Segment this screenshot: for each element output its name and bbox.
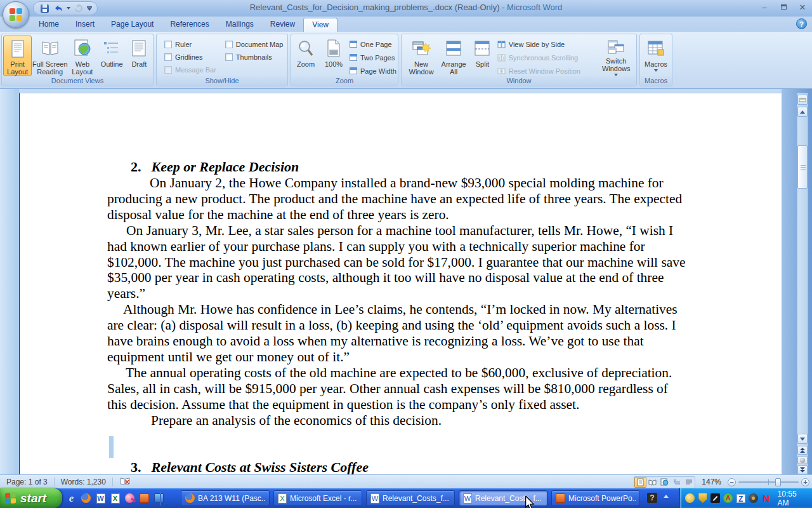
- two-pages-label: Two Pages: [360, 54, 395, 62]
- zonealarm-glyph: Z: [737, 494, 745, 503]
- word-launch-icon[interactable]: W: [95, 493, 106, 504]
- two-pages-button[interactable]: Two Pages: [348, 52, 396, 63]
- restore-button[interactable]: [778, 2, 789, 12]
- paragraph-5[interactable]: Prepare an analysis of the economics of …: [107, 413, 690, 429]
- switch-windows-button[interactable]: Switch Windows: [597, 36, 635, 76]
- firefox-icon[interactable]: [81, 493, 91, 504]
- taskbar-button-label: Microsoft Excel - r...: [290, 494, 358, 503]
- window-group-label: Window: [402, 76, 636, 86]
- ribbon-tab-row: Home Insert Page Layout References Maili…: [0, 17, 812, 32]
- draft-button[interactable]: Draft: [127, 36, 152, 76]
- tray-messenger-icon[interactable]: [685, 493, 695, 504]
- document-page[interactable]: 2.Keep or Replace Decision On January 2,…: [19, 93, 782, 474]
- word-count[interactable]: Words: 1,230: [55, 477, 112, 487]
- system-tray: A Z N 10:55 AM: [679, 488, 812, 508]
- zoom-100-button[interactable]: 100%: [320, 36, 347, 76]
- arrange-all-button[interactable]: Arrange All: [438, 36, 469, 76]
- macros-button[interactable]: Macros: [641, 36, 671, 76]
- zoom-out-button[interactable]: –: [728, 478, 736, 486]
- page-indicator[interactable]: Page: 1 of 3: [0, 477, 54, 487]
- zoom-in-button[interactable]: +: [801, 478, 809, 486]
- reset-window-position-label: Reset Window Position: [509, 67, 580, 75]
- split-button[interactable]: Split: [471, 36, 494, 76]
- web-layout-button[interactable]: Web Layout: [68, 36, 96, 76]
- print-layout-button[interactable]: Print Layout: [3, 36, 32, 76]
- tray-volume-icon[interactable]: [749, 493, 759, 504]
- tray-antivirus-icon[interactable]: A: [723, 493, 733, 504]
- document-left-margin: [0, 89, 19, 474]
- heading-swiss-sisters[interactable]: 3.Relevant Costs at Swiss Sisters Coffee: [107, 458, 690, 475]
- tray-norton-icon[interactable]: N: [761, 493, 771, 504]
- help-button[interactable]: ?: [796, 18, 807, 29]
- paragraph-3[interactable]: Although Mr. Howe has confidence in Lee’…: [107, 302, 690, 365]
- zoom-button[interactable]: Zoom: [292, 36, 319, 76]
- previous-page-button[interactable]: [797, 446, 808, 455]
- macros-dropdown-arrow: [654, 69, 658, 72]
- thumbnails-checkbox[interactable]: Thumbnails: [225, 53, 284, 61]
- tab-home[interactable]: Home: [30, 18, 67, 32]
- office-button[interactable]: [3, 1, 29, 28]
- zoom-100-label: 100%: [325, 60, 343, 68]
- tray-zonealarm-icon[interactable]: Z: [736, 493, 746, 504]
- heading-keep-or-replace[interactable]: 2.Keep or Replace Decision: [107, 158, 690, 175]
- tab-review[interactable]: Review: [262, 18, 303, 32]
- outline-button[interactable]: Outline: [96, 36, 126, 76]
- blue-app-icon[interactable]: [154, 493, 164, 504]
- document-area: 2.Keep or Replace Decision On January 2,…: [0, 89, 812, 474]
- password-key-icon[interactable]: [124, 493, 135, 504]
- vertical-scrollbar[interactable]: [797, 93, 808, 474]
- document-map-checkbox[interactable]: Document Map: [225, 40, 284, 48]
- next-page-button[interactable]: [797, 465, 808, 474]
- view-web-layout-button[interactable]: [658, 477, 671, 488]
- zoom-level[interactable]: 147%: [697, 478, 726, 486]
- help-tray-button[interactable]: ?: [647, 493, 657, 503]
- excel-launch-icon[interactable]: X: [110, 493, 121, 504]
- select-browse-object-button[interactable]: [797, 456, 808, 464]
- internet-explorer-icon[interactable]: e: [66, 493, 77, 504]
- one-page-button[interactable]: One Page: [348, 39, 396, 50]
- scroll-down-button[interactable]: [797, 434, 808, 444]
- view-ruler-toggle-button[interactable]: [797, 95, 808, 105]
- tab-mailings[interactable]: Mailings: [218, 18, 262, 32]
- gridlines-checkbox[interactable]: Gridlines: [164, 53, 216, 61]
- view-outline-button[interactable]: [671, 477, 683, 488]
- view-side-by-side-button[interactable]: View Side by Side: [496, 39, 595, 50]
- paragraph-1[interactable]: On January 2, the Howe Company installed…: [107, 175, 690, 223]
- paragraph-2[interactable]: On January 3, Mr. Lee, a star sales pers…: [107, 223, 690, 302]
- taskbar-clock[interactable]: 10:55 AM: [774, 490, 812, 507]
- web-layout-label: Web Layout: [68, 60, 96, 76]
- tab-page-layout[interactable]: Page Layout: [103, 18, 162, 32]
- scroll-up-button[interactable]: [797, 107, 808, 117]
- ruler-checkbox[interactable]: Ruler: [164, 40, 216, 48]
- tab-view[interactable]: View: [303, 18, 337, 32]
- paragraph-4[interactable]: The annual operating costs of the old ma…: [107, 365, 690, 413]
- zoom-slider-thumb[interactable]: [775, 478, 781, 486]
- view-draft-button[interactable]: [683, 477, 695, 488]
- ruler-label: Ruler: [175, 41, 192, 48]
- minimize-button[interactable]: –: [759, 2, 770, 12]
- taskbar-button-label: BA 213 W11 (Pasc...: [198, 494, 265, 503]
- taskbar-button-excel[interactable]: X Microsoft Excel - r...: [273, 490, 362, 506]
- scrollbar-thumb[interactable]: [797, 145, 808, 189]
- show-hidden-icons-button[interactable]: [664, 495, 669, 498]
- proofing-status-button[interactable]: [113, 477, 137, 487]
- tray-tools-icon[interactable]: [710, 493, 721, 504]
- tab-insert[interactable]: Insert: [67, 18, 103, 32]
- view-full-screen-button[interactable]: [646, 477, 658, 488]
- page-width-button[interactable]: Page Width: [348, 65, 396, 76]
- taskbar-button-powerpoint[interactable]: Microsoft PowerPo...: [551, 490, 640, 506]
- new-window-button[interactable]: New Window: [407, 36, 436, 76]
- taskbar-button-word-1[interactable]: W Relevant_Costs_f...: [366, 490, 455, 506]
- shield-glyph: [698, 493, 707, 503]
- view-print-layout-button[interactable]: [634, 477, 646, 488]
- tray-shield-icon[interactable]: [698, 493, 708, 504]
- taskbar-button-firefox[interactable]: BA 213 W11 (Pasc...: [181, 490, 270, 506]
- tab-references[interactable]: References: [162, 18, 217, 32]
- full-screen-reading-button[interactable]: Full Screen Reading: [32, 36, 68, 76]
- orange-app-icon[interactable]: [139, 493, 150, 504]
- arrange-all-icon: [443, 37, 464, 59]
- close-button[interactable]: ✕: [797, 2, 808, 12]
- start-button[interactable]: start: [0, 488, 62, 508]
- zoom-slider-track[interactable]: [738, 481, 799, 483]
- ruler-checkbox-icon: [164, 41, 172, 48]
